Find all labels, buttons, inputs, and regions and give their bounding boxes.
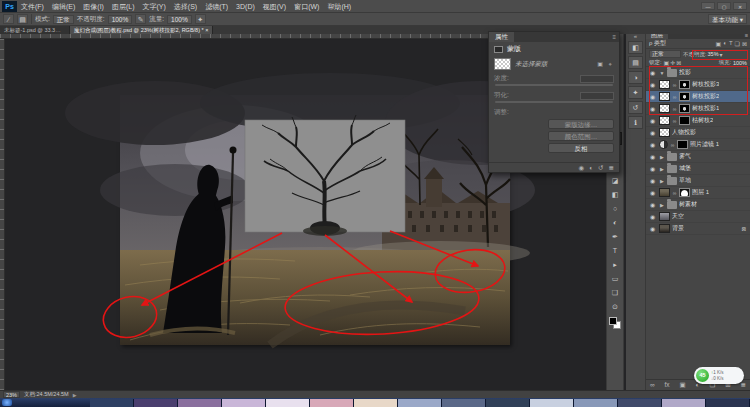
- lock-icon[interactable]: ✛: [670, 59, 675, 66]
- menu-文件[interactable]: 文件(F): [17, 0, 48, 13]
- taskbar-thumbnail[interactable]: [266, 399, 310, 407]
- filter-icon[interactable]: ⊠: [742, 40, 747, 47]
- layer-row[interactable]: ◉▶树素材: [646, 199, 750, 211]
- layer-row[interactable]: ◉背景⊠: [646, 223, 750, 235]
- mode-select[interactable]: 正常: [53, 15, 74, 24]
- eye-toggle-icon[interactable]: ◉: [648, 81, 657, 88]
- eye-toggle-icon[interactable]: ◉: [648, 213, 657, 220]
- layer-name[interactable]: 雾气: [679, 152, 691, 161]
- taskbar-thumbnail[interactable]: [574, 399, 618, 407]
- minimize-button[interactable]: —: [701, 2, 715, 10]
- properties-footer-icon[interactable]: ≣: [609, 163, 614, 172]
- menu-视图[interactable]: 视图(V): [259, 0, 290, 13]
- layer-name[interactable]: 照片滤镜 1: [690, 140, 719, 149]
- net-speed-widget[interactable]: 45 1 K/s 0 K/s: [694, 367, 744, 384]
- layer-mask-thumbnail[interactable]: [679, 104, 690, 113]
- mask-link-icon[interactable]: ∞: [672, 106, 677, 112]
- menu-图层[interactable]: 图层(L): [108, 0, 139, 13]
- fill-value[interactable]: 100%: [733, 60, 747, 66]
- blur-tool[interactable]: ○: [608, 202, 622, 215]
- menu-编辑[interactable]: 编辑(E): [48, 0, 79, 13]
- layer-name[interactable]: 背景: [672, 224, 684, 233]
- group-expand-icon[interactable]: ▶: [659, 166, 665, 172]
- layer-row[interactable]: ◉∞树枝投影2: [646, 91, 750, 103]
- menu-3D[interactable]: 3D(D): [232, 0, 259, 13]
- properties-footer-icon[interactable]: ◐: [589, 163, 593, 172]
- layer-thumbnail[interactable]: [659, 212, 670, 221]
- mask-button-2[interactable]: 颜色范围…: [548, 131, 614, 141]
- layer-mask-thumbnail[interactable]: [677, 140, 688, 149]
- taskbar-thumbnail[interactable]: [442, 399, 486, 407]
- path-select-tool[interactable]: ▸: [608, 258, 622, 271]
- menu-选择[interactable]: 选择(S): [170, 0, 201, 13]
- layer-thumbnail[interactable]: [659, 188, 670, 197]
- eye-toggle-icon[interactable]: ◉: [648, 165, 657, 172]
- mask-link-icon[interactable]: ∞: [672, 190, 677, 196]
- close-button[interactable]: ✕: [733, 2, 747, 10]
- filter-type-label[interactable]: ρ 类型: [649, 39, 666, 48]
- opacity-select[interactable]: 100%: [108, 15, 133, 24]
- shape-tool[interactable]: ▭: [608, 272, 622, 285]
- layer-name[interactable]: 投影: [679, 68, 691, 77]
- blend-mode-select[interactable]: 正常: [649, 50, 681, 58]
- taskbar-thumbnail[interactable]: [618, 399, 662, 407]
- eye-toggle-icon[interactable]: ◉: [648, 225, 657, 232]
- layer-name[interactable]: 枯树枝2: [692, 116, 713, 125]
- density-slider[interactable]: [495, 84, 613, 86]
- eraser-tool[interactable]: ◪: [608, 174, 622, 187]
- group-expand-icon[interactable]: ▶: [659, 202, 665, 208]
- layer-name[interactable]: 树枝投影1: [692, 104, 719, 113]
- group-expand-icon[interactable]: ▶: [659, 154, 665, 160]
- mask-link-icon[interactable]: ∞: [672, 82, 677, 88]
- mask-link-icon[interactable]: ∞: [672, 118, 677, 124]
- filter-icon[interactable]: ❏: [735, 40, 740, 47]
- hand-tool[interactable]: ❏: [608, 286, 622, 299]
- layer-mask-thumbnail[interactable]: [679, 80, 690, 89]
- layer-row[interactable]: ◉∞树枝投影3: [646, 79, 750, 91]
- brush-preset-icon[interactable]: ∕: [3, 14, 14, 24]
- layer-name[interactable]: 树素材: [679, 200, 697, 209]
- layer-name[interactable]: 人物投影: [672, 128, 696, 137]
- chevron-down-icon[interactable]: ▾: [720, 51, 723, 58]
- lock-icons[interactable]: ▣✛⊠: [664, 59, 682, 66]
- properties-footer-icon[interactable]: ↺: [598, 163, 603, 172]
- menu-文字[interactable]: 文字(Y): [138, 0, 169, 13]
- info-panel-icon[interactable]: ℹ: [628, 116, 643, 129]
- group-expand-icon[interactable]: ▼: [659, 70, 665, 76]
- start-button[interactable]: [2, 399, 12, 406]
- eye-toggle-icon[interactable]: ◉: [648, 189, 657, 196]
- eye-toggle-icon[interactable]: ◉: [648, 117, 657, 124]
- feather-slider[interactable]: [495, 101, 613, 103]
- taskbar-thumbnail[interactable]: [530, 399, 574, 407]
- layer-row[interactable]: ◉∞照片滤镜 1: [646, 139, 750, 151]
- mask-button-3[interactable]: 反相: [548, 143, 614, 153]
- layer-name[interactable]: 树枝投影2: [692, 92, 719, 101]
- tab-properties[interactable]: 属性: [489, 32, 514, 42]
- layer-opacity-value[interactable]: 35%: [708, 51, 719, 57]
- layer-row[interactable]: ◉∞图层 1: [646, 187, 750, 199]
- taskbar-thumbnail[interactable]: [178, 399, 222, 407]
- document-tab-2[interactable]: 魔幻合成(图层)教程.psd @ 23%(树枝投影2, RGB/8) * ×: [70, 26, 213, 34]
- foreground-color-swatch[interactable]: [609, 317, 617, 325]
- layer-name[interactable]: 天空: [672, 212, 684, 221]
- taskbar-thumbnail[interactable]: [222, 399, 266, 407]
- workspace-switcher[interactable]: 基本功能 ▾: [708, 14, 747, 24]
- layer-mask-thumbnail[interactable]: [679, 116, 690, 125]
- layer-thumbnail[interactable]: [659, 104, 670, 113]
- density-value-box[interactable]: [580, 75, 614, 83]
- brush-panel-toggle-icon[interactable]: ▤: [17, 14, 28, 24]
- panel-menu-icon[interactable]: ≡: [612, 32, 619, 42]
- mask-button-1[interactable]: 蒙版边缘…: [548, 119, 614, 129]
- properties-footer-icon[interactable]: ◉: [578, 163, 584, 172]
- menu-窗口[interactable]: 窗口(W): [290, 0, 323, 13]
- taskbar-thumbnail[interactable]: [310, 399, 354, 407]
- taskbar-thumbnail[interactable]: [90, 399, 134, 407]
- eye-toggle-icon[interactable]: ◉: [648, 129, 657, 136]
- layer-thumbnail[interactable]: [659, 116, 670, 125]
- eye-toggle-icon[interactable]: ◉: [648, 93, 657, 100]
- layer-mask-thumbnail[interactable]: [679, 188, 690, 197]
- group-expand-icon[interactable]: ▶: [659, 178, 665, 184]
- status-menu-arrow[interactable]: ▶: [73, 392, 77, 398]
- layer-row[interactable]: ◉▶雾气: [646, 151, 750, 163]
- zoom-level-field[interactable]: 23%: [3, 391, 20, 398]
